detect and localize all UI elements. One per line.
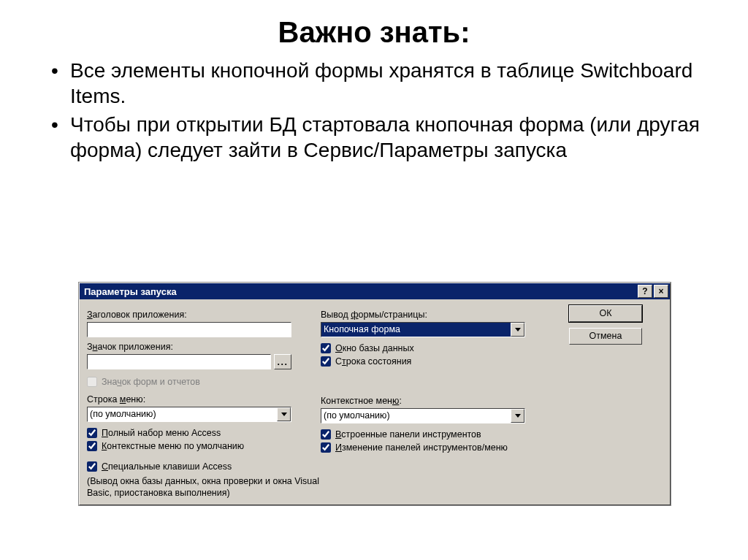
menu-bar-value: (по умолчанию) [88,407,277,421]
toolbar-changes-box[interactable] [321,442,331,453]
display-form-label: Вывод формы/страницы: [321,310,554,320]
status-bar-label: Строка состояния [335,356,411,367]
shortcut-menu-label: Контекстное меню: [321,396,554,406]
db-window-label: Окно базы данных [335,343,414,353]
bullet-2: Чтобы при открытии БД стартовала кнопочн… [51,112,719,163]
button-column: ОК Отмена [554,305,657,499]
toolbar-changes-label: Изменение панелей инструментов/меню [335,442,508,453]
dialog-title: Параметры запуска [84,286,177,297]
shortcut-menu-combo[interactable]: (по умолчанию) [321,408,525,423]
default-shortcut-box[interactable] [87,441,97,451]
full-menus-box[interactable] [87,428,97,438]
mid-column: Вывод формы/страницы: Кнопочная форма Ок… [321,305,554,499]
app-icon-input[interactable] [87,354,271,369]
toolbar-changes-checkbox[interactable]: Изменение панелей инструментов/меню [321,442,554,453]
chevron-down-icon [515,414,521,418]
display-form-value: Кнопочная форма [321,323,511,337]
menu-bar-label: Строка меню: [87,394,321,404]
ok-button[interactable]: ОК [569,305,642,322]
special-keys-label: Специальные клавиши Access [102,461,232,472]
builtin-toolbars-label: Встроенные панели инструментов [335,429,481,440]
titlebar[interactable]: Параметры запуска ? × [80,283,670,299]
shortcut-menu-value: (по умолчанию) [321,409,511,423]
default-shortcut-label: Контекстные меню по умолчанию [102,441,244,451]
builtin-toolbars-checkbox[interactable]: Встроенные панели инструментов [321,429,554,440]
builtin-toolbars-box[interactable] [321,429,331,440]
app-title-label: Заголовок приложения: [87,310,321,320]
slide-title: Важно знать: [0,16,748,49]
app-icon-row: ... [87,354,291,369]
bullet-1: Все элементы кнопочной формы хранятся в … [51,58,719,109]
full-menus-label: Полный набор меню Access [102,428,221,438]
status-bar-checkbox[interactable]: Строка состояния [321,356,554,367]
menu-bar-dropdown-button[interactable] [277,407,291,421]
special-keys-box[interactable] [87,461,97,472]
bullet-list: Все элементы кнопочной формы хранятся в … [51,58,719,163]
status-bar-box[interactable] [321,356,331,367]
dialog-body: Заголовок приложения: Значок приложения:… [80,299,670,505]
slide: Важно знать: Все элементы кнопочной форм… [0,16,748,560]
startup-dialog: Параметры запуска ? × Заголовок приложен… [79,283,671,505]
menu-bar-combo[interactable]: (по умолчанию) [87,407,291,422]
close-button[interactable]: × [654,285,668,298]
browse-button[interactable]: ... [274,354,291,369]
icon-forms-reports-box [87,377,97,387]
icon-forms-reports-label: Значок форм и отчетов [102,377,200,387]
db-window-checkbox[interactable]: Окно базы данных [321,343,554,353]
icon-forms-reports-checkbox: Значок форм и отчетов [87,377,321,387]
special-keys-note: (Вывод окна базы данных, окна проверки и… [87,476,328,499]
chevron-down-icon [515,328,521,331]
help-button[interactable]: ? [638,285,652,298]
app-icon-label: Значок приложения: [87,342,321,352]
special-keys-checkbox[interactable]: Специальные клавиши Access [87,461,321,472]
chevron-down-icon [281,413,287,416]
display-form-combo[interactable]: Кнопочная форма [321,322,525,337]
full-menus-checkbox[interactable]: Полный набор меню Access [87,428,321,438]
db-window-box[interactable] [321,343,331,353]
app-title-input[interactable] [87,322,291,337]
display-form-dropdown-button[interactable] [511,323,524,337]
left-column: Заголовок приложения: Значок приложения:… [87,305,321,499]
shortcut-menu-dropdown-button[interactable] [511,409,524,423]
default-shortcut-checkbox[interactable]: Контекстные меню по умолчанию [87,441,321,451]
cancel-button[interactable]: Отмена [569,328,642,345]
